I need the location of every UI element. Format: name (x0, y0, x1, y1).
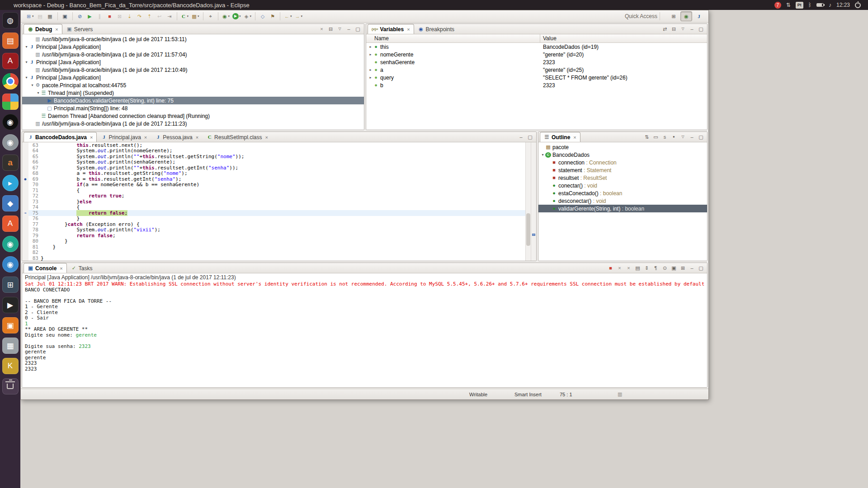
variable-row[interactable]: ▸●query"SELECT * FROM gerente" (id=26) (366, 74, 707, 81)
debug-tree-row[interactable]: ☰Daemon Thread [Abandoned connection cle… (22, 112, 364, 120)
code-line[interactable]: 76 } (22, 216, 525, 222)
expander-icon[interactable]: ▾ (30, 83, 35, 87)
step-return-button[interactable]: ⇡ (145, 11, 154, 21)
minimize-button[interactable]: – (688, 133, 696, 141)
editor-lines[interactable]: 63 this.resultset.next();64 System.out.p… (22, 142, 525, 261)
close-tab-icon[interactable]: × (55, 27, 58, 32)
launcher-app-key-icon[interactable]: K (2, 358, 19, 374)
outline-row[interactable]: ●validarGerente(String, int) : boolean (538, 205, 707, 212)
code-line[interactable]: 83} (22, 255, 525, 261)
debug-perspective-button[interactable]: ◉ (680, 11, 692, 21)
flag-button[interactable]: ⚑ (268, 11, 277, 21)
editor-scrollbar[interactable] (525, 142, 531, 261)
launcher-dash-icon[interactable]: ◍ (2, 12, 19, 28)
code-line[interactable]: 81 } (22, 244, 525, 250)
debug-tree-row[interactable]: ▥/usr/lib/jvm/java-8-oracle/bin/java (1 … (22, 35, 364, 43)
display-selected-button[interactable]: ▣ (670, 264, 678, 272)
code-line[interactable]: 66 System.out.println(senhaGerente); (22, 160, 525, 165)
debug-tree-row[interactable]: ▢Principal.main(String[]) line: 48 (22, 104, 364, 112)
forward-button[interactable]: →▾ (294, 11, 304, 21)
outline-row[interactable]: ●estaConectado() : boolean (538, 189, 707, 197)
open-perspective-button[interactable]: ⊞ (668, 11, 679, 21)
outline-row[interactable]: ■connection : Connection (538, 159, 707, 166)
notification-badge[interactable]: 7 (774, 2, 781, 9)
debug-tree-row[interactable]: ▥/usr/lib/jvm/java-8-oracle/bin/java (1 … (22, 51, 364, 58)
debug-tree-row[interactable]: ▾JPrincipal [Java Application] (22, 74, 364, 81)
tab-principal-java[interactable]: JPrincipal.java× (97, 132, 151, 142)
collapse-all-button[interactable]: ⊟ (327, 25, 335, 33)
volume-icon[interactable]: ♪ (829, 2, 831, 8)
tab-console[interactable]: ▣Console× (24, 263, 67, 273)
outline-row[interactable]: ■statement : Statement (538, 166, 707, 174)
expander-icon[interactable]: ▾ (540, 153, 545, 157)
outline-row[interactable]: ●desconectar() : void (538, 197, 707, 205)
clear-console-button[interactable]: ▤ (634, 264, 642, 272)
launcher-video-player-icon[interactable]: ▶ (2, 297, 19, 313)
close-tab-icon[interactable]: × (60, 266, 62, 271)
new-package-button[interactable]: ▩▾ (190, 11, 200, 21)
launcher-app-blue-icon[interactable]: ◆ (2, 195, 19, 211)
code-line[interactable]: 80 } (22, 239, 525, 244)
drop-to-frame-button[interactable]: ↩ (155, 11, 164, 21)
code-line[interactable]: ●69 b = this.resultset.getInt("senha"); (22, 176, 525, 182)
variable-row[interactable]: ●b2323 (366, 81, 707, 89)
maximize-button[interactable]: ▢ (526, 133, 534, 141)
open-type-button[interactable]: ◇ (258, 11, 267, 21)
collapse-all-button[interactable]: ⊟ (670, 25, 678, 33)
launcher-office-icon[interactable] (2, 94, 19, 110)
code-line[interactable]: 68 a = this.resultset.getString("nome"); (22, 171, 525, 177)
open-console-button[interactable]: ⊞ (679, 264, 687, 272)
maximize-button[interactable]: ▢ (697, 25, 705, 33)
launcher-app-gray-icon[interactable]: ▦ (2, 338, 19, 354)
debug-tree-row[interactable]: ▾☰Thread [main] (Suspended) (22, 89, 364, 97)
code-line[interactable]: 77 }catch (Exception erro) { (22, 221, 525, 227)
debug-tree-row[interactable]: ▾⚙pacote.Principal at localhost:44755 (22, 81, 364, 89)
step-over-button[interactable]: ↷ (135, 11, 144, 21)
hide-fields-button[interactable]: ▭ (652, 133, 660, 141)
code-line[interactable]: 71 { (22, 188, 525, 193)
launcher-files-icon[interactable]: ▤ (2, 33, 19, 49)
tab-resultsetimpl-class[interactable]: CResultSetImpl.class× (203, 132, 272, 142)
expander-icon[interactable]: ▸ (368, 68, 373, 72)
show-types-button[interactable]: ⇄ (661, 25, 669, 33)
step-filters-button[interactable]: ⇥ (165, 11, 174, 21)
console-output[interactable]: Sat Jul 01 12:11:23 BRT 2017 WARN: Estab… (22, 281, 707, 387)
terminate-console-button[interactable]: ■ (607, 264, 614, 272)
print-button[interactable]: ▦ (46, 11, 55, 21)
code-line[interactable]: →75 return false; (22, 210, 525, 216)
maximize-button[interactable]: ▢ (354, 25, 362, 33)
code-line[interactable]: 74 { (22, 205, 525, 211)
maximize-button[interactable]: ▢ (697, 133, 705, 141)
view-menu-button[interactable]: ▽ (336, 25, 344, 33)
tab-pessoa-java[interactable]: JPessoa.java× (151, 132, 203, 142)
column-header-value[interactable]: Value (540, 34, 707, 42)
coverage-button[interactable]: ◈▾ (243, 11, 253, 21)
expander-icon[interactable]: ▸ (368, 52, 373, 56)
remove-terminated-button[interactable]: × (318, 25, 326, 33)
close-tab-icon[interactable]: × (196, 135, 198, 140)
hide-local-button[interactable]: ● (670, 133, 678, 141)
step-into-button[interactable]: ⇣ (125, 11, 134, 21)
code-line[interactable]: 64 System.out.println(nomeGerente); (22, 148, 525, 154)
maximize-button[interactable]: ▢ (697, 264, 705, 272)
outline-row[interactable]: ■resultset : ResultSet (538, 174, 707, 182)
tab-servers[interactable]: ▣Servers (62, 24, 97, 34)
clock[interactable]: 12:23 (836, 2, 850, 8)
minimize-button[interactable]: – (688, 264, 696, 272)
code-line[interactable]: 72 return true; (22, 193, 525, 199)
launcher-software-center-icon[interactable]: A (2, 216, 19, 232)
variable-row[interactable]: ●senhaGerente2323 (366, 58, 707, 66)
run-button[interactable]: ▶▾ (231, 11, 242, 21)
network-icon[interactable]: ⇅ (786, 2, 791, 8)
status-misc-icon[interactable]: ▥ (618, 391, 622, 397)
tab-breakpoints[interactable]: ◉Breakpoints (414, 24, 458, 34)
launcher-app-teal-icon[interactable]: ◉ (2, 236, 19, 252)
overview-annotation[interactable] (532, 234, 535, 236)
variable-row[interactable]: ▸●nomeGerente"gerente" (id=20) (366, 51, 707, 58)
close-tab-icon[interactable]: × (573, 135, 576, 140)
keyboard-layout-indicator[interactable]: Pt (796, 2, 803, 9)
view-menu-button[interactable]: ▽ (679, 25, 687, 33)
launcher-pdf-reader-icon[interactable]: A (2, 53, 19, 69)
debug-tree-row[interactable]: ▥/usr/lib/jvm/java-8-oracle/bin/java (1 … (22, 66, 364, 74)
scroll-lock-button[interactable]: ⇕ (643, 264, 651, 272)
